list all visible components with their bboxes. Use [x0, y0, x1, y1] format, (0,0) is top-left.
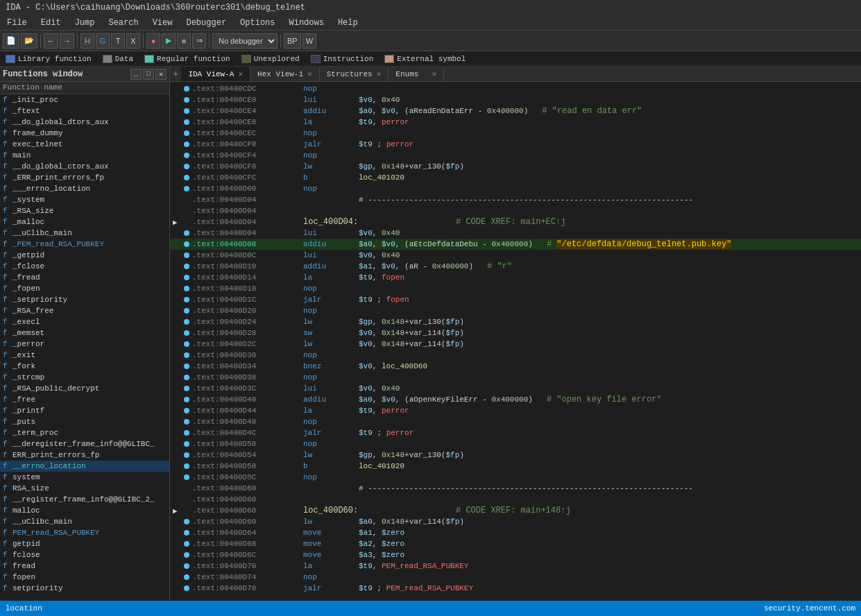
disasm-line[interactable]: .text:00400D2Clw$v0, 0x148+var_114($fp) [170, 339, 861, 350]
func-item[interactable]: f__do_global_dtors_aux [0, 117, 169, 128]
func-item[interactable]: f_memset [0, 327, 169, 339]
menu-file[interactable]: File [0, 17, 34, 29]
open-btn[interactable]: 📂 [21, 33, 37, 49]
func-item[interactable]: ffread [0, 561, 169, 572]
func-item[interactable]: f_puts [0, 416, 169, 427]
func-item[interactable]: f_getpid [0, 250, 169, 261]
disasm-line[interactable]: .text:00400D10addiu$a1, $v0, (aR - 0x400… [170, 261, 861, 272]
func-item[interactable]: f_malloc [0, 216, 169, 228]
bp-list-btn[interactable]: BP [284, 33, 301, 49]
func-item[interactable]: fsetpriority [0, 583, 169, 594]
disasm-line[interactable]: .text:00400D44la$t9, perror [170, 405, 861, 416]
debugger-select[interactable]: No debugger [212, 33, 278, 49]
disasm-line[interactable]: .text:00400CF4nop [170, 150, 861, 161]
menu-help[interactable]: Help [331, 17, 365, 29]
disasm-line[interactable]: .text:00400D38nop [170, 372, 861, 383]
tab-enums-close[interactable]: ✕ [432, 69, 437, 78]
disasm-line[interactable]: .text:00400D28sw$v0, 0x148+var_114($fp) [170, 327, 861, 339]
disasm-line[interactable]: .text:00400D78jalr$t9 ; PEM_read_RSA_PUB… [170, 583, 861, 594]
func-item[interactable]: fgetpid [0, 538, 169, 549]
func-item[interactable]: f_exit [0, 350, 169, 361]
disasm-line[interactable]: .text:00400D60 [170, 494, 861, 505]
tab-hex-view[interactable]: Hex View-1 ✕ [250, 67, 320, 81]
func-item[interactable]: ffopen [0, 572, 169, 583]
func-item[interactable]: f__uClibc_main [0, 516, 169, 527]
disasm-line[interactable]: .text:00400D00nop [170, 183, 861, 194]
disasm-line[interactable]: .text:00400D50nop [170, 438, 861, 450]
func-item[interactable]: f__uClibc_main [0, 228, 169, 239]
func-item[interactable]: f_printf [0, 405, 169, 416]
disasm-line[interactable]: .text:00400D60# ------------------------… [170, 483, 861, 494]
disasm-line[interactable]: .text:00400D5Cnop [170, 472, 861, 483]
disasm-area[interactable]: .text:00400CDCnop .text:00400CE0lui$v0, … [170, 82, 861, 601]
func-item[interactable]: f__do_global_ctors_aux [0, 161, 169, 172]
forward-btn[interactable]: → [60, 33, 74, 49]
disasm-line[interactable]: .text:00400D34bnez$v0, loc_400D60 [170, 361, 861, 372]
menu-view[interactable]: View [146, 17, 180, 29]
func-item[interactable]: f_fclose [0, 261, 169, 272]
back-btn[interactable]: ← [44, 33, 58, 49]
func-item[interactable]: fsystem [0, 472, 169, 483]
tab-ida-view-close[interactable]: ✕ [238, 69, 243, 78]
disasm-line[interactable]: .text:00400D58bloc_401020 [170, 461, 861, 472]
disasm-line[interactable]: .text:00400CF0jalr$t9 ; perror [170, 139, 861, 150]
hex-btn[interactable]: H [80, 33, 94, 49]
func-item[interactable]: f_ERR_print_errors_fp [0, 172, 169, 183]
func-item[interactable]: f_fread [0, 272, 169, 283]
menu-windows[interactable]: Windows [282, 17, 331, 29]
disasm-line[interactable]: .text:00400D0Clui$v0, 0x40 [170, 250, 861, 261]
panel-maximize-btn[interactable]: □ [143, 69, 154, 80]
func-item[interactable]: f_PEM_read_RSA_PUBKEY [0, 239, 169, 250]
func-item[interactable]: fexec_telnet [0, 139, 169, 150]
new-view-btn[interactable]: + [170, 67, 181, 81]
watch-btn[interactable]: W [302, 33, 316, 49]
run-btn[interactable]: ▶ [162, 33, 176, 49]
func-item[interactable]: f_free [0, 394, 169, 405]
tab-structures-close[interactable]: ✕ [377, 69, 382, 78]
disasm-line[interactable]: .text:00400D70la$t9, PEM_read_RSA_PUBKEY [170, 561, 861, 572]
func-item[interactable]: f__deregister_frame_info@@GLIBC_ [0, 438, 169, 450]
disasm-line[interactable]: ▶.text:00400D04loc_400D04:# CODE XREF: m… [170, 216, 861, 228]
stop-btn[interactable]: ■ [177, 33, 191, 49]
func-item[interactable]: f__errno_location [0, 461, 169, 472]
disasm-line[interactable]: .text:00400D6Cmove$a3, $zero [170, 549, 861, 561]
menu-jump[interactable]: Jump [68, 17, 102, 29]
disasm-line[interactable]: .text:00400CECnop [170, 128, 861, 139]
disasm-line[interactable]: .text:00400CDCnop [170, 83, 861, 94]
disasm-line[interactable]: .text:00400D18nop [170, 283, 861, 294]
disasm-line[interactable]: .text:00400CF8lw$gp, 0x148+var_130($fp) [170, 161, 861, 172]
func-item[interactable]: f___errno_location [0, 183, 169, 194]
tab-enums[interactable]: Enums ✕ [389, 67, 444, 81]
menu-options[interactable]: Options [233, 17, 282, 29]
func-item[interactable]: f_execl [0, 316, 169, 327]
panel-close-btn[interactable]: ✕ [155, 69, 167, 80]
disasm-line[interactable]: .text:00400D48nop [170, 416, 861, 427]
func-item[interactable]: ffclose [0, 549, 169, 561]
disasm-line[interactable]: .text:00400D14la$t9, fopen [170, 272, 861, 283]
tab-ida-view[interactable]: IDA View-A ✕ [181, 67, 250, 81]
bp-btn[interactable]: ● [146, 33, 160, 49]
disasm-line[interactable]: .text:00400D74nop [170, 572, 861, 583]
disasm-line[interactable]: .text:00400D4Cjalr$t9 ; perror [170, 427, 861, 438]
disasm-line[interactable]: .text:00400D54lw$gp, 0x148+var_130($fp) [170, 450, 861, 461]
func-item[interactable]: f_strcmp [0, 372, 169, 383]
disasm-line[interactable]: .text:00400CE4addiu$a0, $v0, (aReadEnDat… [170, 105, 861, 117]
disasm-line[interactable]: .text:00400D04lui$v0, 0x40 [170, 228, 861, 239]
func-item[interactable]: f_ftext [0, 105, 169, 117]
func-item[interactable]: fPEM_read_RSA_PUBKEY [0, 527, 169, 538]
new-btn[interactable]: 📄 [3, 33, 19, 49]
disasm-line[interactable]: .text:00400D68move$a2, $zero [170, 538, 861, 549]
disasm-line[interactable]: .text:00400D60lw$a0, 0x148+var_114($fp) [170, 516, 861, 527]
func-item[interactable]: f_system [0, 194, 169, 205]
func-item[interactable]: f_RSA_free [0, 305, 169, 316]
func-item[interactable]: f_fork [0, 361, 169, 372]
func-item[interactable]: fframe_dummy [0, 128, 169, 139]
func-item[interactable]: f_setpriority [0, 294, 169, 305]
func-item[interactable]: f_term_proc [0, 427, 169, 438]
disasm-line[interactable]: .text:00400CFCbloc_401020 [170, 172, 861, 183]
disasm-line[interactable]: .text:00400D1Cjalr$t9 ; fopen [170, 294, 861, 305]
disasm-line[interactable]: .text:00400D04 [170, 205, 861, 216]
func-item[interactable]: f_fopen [0, 283, 169, 294]
disasm-line[interactable]: .text:00400D30nop [170, 350, 861, 361]
func-item[interactable]: f__register_frame_info@@GLIBC_2_ [0, 494, 169, 505]
